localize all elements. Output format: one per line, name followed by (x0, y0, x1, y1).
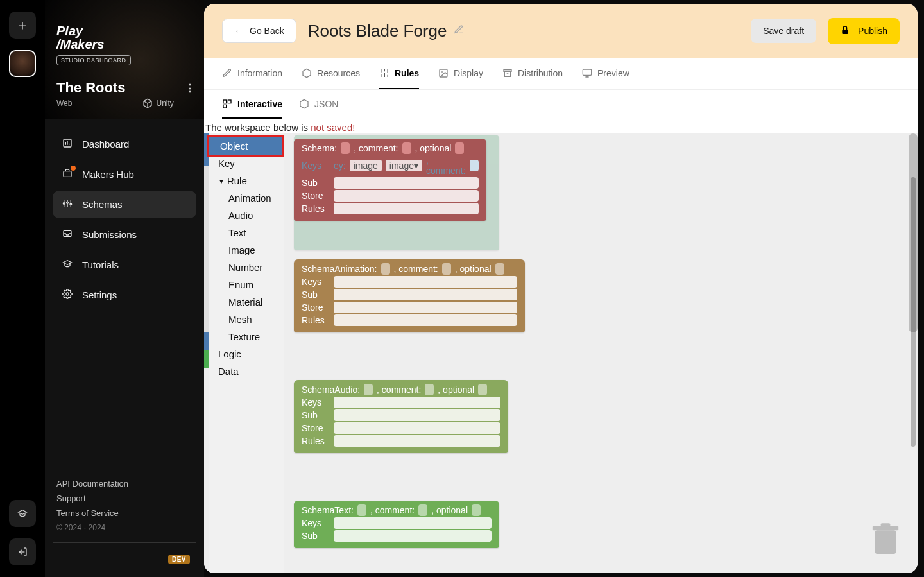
toolbox-rule[interactable]: Rule (209, 172, 284, 189)
nav-label: Settings (82, 289, 117, 300)
project-thumbnail[interactable] (9, 50, 36, 77)
nav-label: Tutorials (82, 259, 119, 270)
svg-point-2 (63, 203, 65, 205)
block-schema[interactable]: Schema: , comment: , optional Keys ey: i… (294, 139, 486, 221)
footer-tos-link[interactable]: Terms of Service (56, 508, 193, 518)
nav-tutorials[interactable]: Tutorials (53, 251, 196, 279)
svg-point-4 (70, 203, 72, 205)
edit-title-button[interactable] (454, 24, 464, 37)
sidebar-nav: Dashboard Makers Hub Schemas Submissions (45, 119, 204, 309)
sidebar-footer: API Documentation Support Terms of Servi… (45, 470, 204, 577)
svg-rect-14 (223, 105, 227, 108)
nav-schemas[interactable]: Schemas (53, 191, 196, 218)
tab-resources[interactable]: Resources (302, 58, 360, 89)
secondary-tabs: Interactive JSON (204, 90, 918, 119)
nav-submissions[interactable]: Submissions (53, 221, 196, 248)
svg-rect-11 (583, 69, 591, 75)
stage-header: ← Go Back Roots Blade Forge Save draft P… (204, 4, 918, 58)
save-draft-button[interactable]: Save draft (751, 19, 816, 43)
cube-icon (299, 99, 309, 109)
brand-logo: Play /Makers (56, 24, 105, 51)
lock-icon (840, 25, 850, 37)
tab-information[interactable]: Information (222, 58, 282, 89)
svg-point-3 (67, 202, 69, 203)
toolbox-key[interactable]: Key (209, 155, 284, 172)
stage-scrollbar[interactable] (911, 177, 916, 447)
toolbox-texture[interactable]: Texture (209, 328, 284, 345)
svg-rect-7 (842, 30, 848, 34)
svg-rect-15 (875, 530, 896, 554)
tab-rules[interactable]: Rules (379, 58, 419, 89)
toolbox-object[interactable]: Object (207, 135, 284, 157)
footer-api-docs-link[interactable]: API Documentation (56, 479, 193, 488)
nav-settings[interactable]: Settings (53, 281, 196, 309)
nav-dashboard[interactable]: Dashboard (53, 130, 196, 158)
trash-can[interactable] (871, 523, 900, 556)
tab-display[interactable]: Display (438, 58, 483, 89)
toolbox-image[interactable]: Image (209, 241, 284, 259)
toolbox-animation[interactable]: Animation (209, 189, 284, 207)
sliders-icon (62, 198, 73, 211)
logout-rail-button[interactable] (9, 538, 36, 565)
toolbox-number[interactable]: Number (209, 259, 284, 276)
image-icon (438, 68, 449, 78)
inbox-icon (62, 228, 73, 241)
svg-rect-10 (504, 69, 511, 71)
publish-button[interactable]: Publish (828, 18, 900, 44)
block-schema-text[interactable]: SchemaText: , comment: , optional Keys S… (294, 501, 499, 548)
nav-label: Schemas (82, 199, 123, 210)
project-name: The Roots (56, 80, 126, 96)
project-platform: Web (56, 99, 72, 108)
trash-icon (871, 523, 900, 556)
block-schema-animation[interactable]: SchemaAnimation: , comment: , optional K… (294, 259, 525, 332)
chart-bar-icon (62, 138, 73, 150)
svg-point-9 (441, 71, 443, 73)
svg-point-6 (66, 293, 69, 295)
project-menu-button[interactable]: ⋮ (185, 82, 195, 94)
tab-preview[interactable]: Preview (582, 58, 629, 89)
cube-icon (302, 68, 312, 78)
svg-rect-17 (881, 523, 891, 527)
archive-icon (502, 68, 513, 78)
blockly-workspace[interactable]: Object Key Rule Animation Audio Text Ima… (204, 133, 918, 573)
dev-badge: DEV (168, 555, 190, 564)
primary-tabs: Information Resources Rules Display Dist… (204, 58, 918, 90)
toolbox-enum[interactable]: Enum (209, 276, 284, 293)
nav-label: Dashboard (82, 139, 129, 150)
sliders-icon (379, 68, 389, 78)
footer-copyright: © 2024 - 2024 (56, 523, 193, 532)
graduation-cap-icon (62, 259, 73, 271)
gear-icon (62, 289, 73, 301)
subtab-interactive[interactable]: Interactive (222, 90, 282, 119)
block-schema-audio[interactable]: SchemaAudio: , comment: , optional Keys … (294, 380, 508, 453)
cube-icon (142, 98, 153, 108)
svg-rect-12 (223, 100, 227, 103)
tutorials-rail-button[interactable] (9, 500, 36, 527)
toolbox-data[interactable]: Data (209, 363, 284, 380)
toolbox-material[interactable]: Material (209, 293, 284, 311)
toolbox-mesh[interactable]: Mesh (209, 311, 284, 328)
project-engine: Unity (142, 98, 173, 108)
go-back-button[interactable]: ← Go Back (222, 19, 296, 43)
blockly-canvas[interactable]: Schema: , comment: , optional Keys ey: i… (284, 133, 918, 573)
notification-dot-icon (71, 166, 76, 171)
pencil-icon (454, 24, 464, 35)
nav-label: Makers Hub (82, 169, 134, 180)
toolbox-text[interactable]: Text (209, 224, 284, 241)
plus-icon: ＋ (16, 17, 29, 34)
add-project-button[interactable]: ＋ (9, 12, 36, 39)
tab-distribution[interactable]: Distribution (502, 58, 563, 89)
sidebar-hero: Play /Makers STUDIO DASHBOARD The Roots … (45, 0, 204, 119)
app-rail: ＋ (0, 0, 45, 577)
nav-makers-hub[interactable]: Makers Hub (53, 160, 196, 188)
footer-support-link[interactable]: Support (56, 494, 193, 503)
page-title: Roots Blade Forge (308, 21, 447, 41)
logout-icon (17, 547, 28, 557)
subtab-json[interactable]: JSON (299, 90, 338, 119)
pencil-icon (222, 68, 232, 78)
monitor-icon (582, 68, 592, 78)
svg-rect-1 (64, 171, 71, 177)
toolbox-audio[interactable]: Audio (209, 207, 284, 224)
arrow-left-icon: ← (234, 26, 243, 36)
toolbox-logic[interactable]: Logic (209, 345, 284, 363)
